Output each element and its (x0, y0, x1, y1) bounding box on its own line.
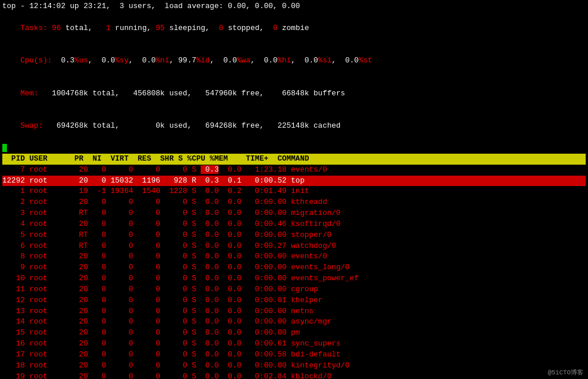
cpu-label: Cpu(s): (20, 56, 52, 65)
table-header: PID USER PR NI VIRT RES SHR S %CPU %MEM … (2, 154, 586, 165)
header-line-2: Tasks: 96 total, 1 running, 95 sleeping,… (2, 12, 586, 45)
process-table: 7 root 20 0 0 0 0 S 0.3 0.0 1:23.18 even… (2, 165, 586, 379)
table-row: 1 root 19 -1 19364 1540 1228 S 0.0 0.2 0… (2, 186, 586, 197)
cpu-sy: %sy (115, 56, 128, 65)
cpu-us: %us (75, 56, 88, 65)
header-line-3: Cpu(s): 0.3%us, 0.0%sy, 0.0%ni, 99.7%id,… (2, 44, 586, 77)
cpu-value: 0.3 (201, 165, 219, 174)
cursor-line (2, 143, 586, 154)
mem-label: Mem: (20, 89, 38, 98)
tasks-stopped: 0 (210, 24, 223, 32)
table-row: 17 root 20 0 0 0 0 S 0.0 0.0 0:00.58 bdi… (2, 350, 586, 361)
proc-fields-after: 0.0 1:23.18 events/0 (219, 165, 327, 174)
cpu-ni: %ni (156, 56, 169, 65)
cpu-hi: %hi (278, 56, 291, 65)
table-row: 2 root 20 0 0 0 0 S 0.0 0.0 0:00.00 kthr… (2, 197, 586, 208)
table-row: 14 root 20 0 0 0 0 S 0.0 0.0 0:00.00 asy… (2, 317, 586, 328)
tasks-zombie: 0 (264, 24, 278, 32)
table-row: 6 root RT 0 0 0 0 S 0.0 0.0 0:00.27 watc… (2, 241, 586, 252)
table-row: 12292 root 20 0 15032 1196 928 R 0.3 0.1… (2, 176, 586, 187)
table-row: 9 root 20 0 0 0 0 S 0.0 0.0 0:00.00 even… (2, 262, 586, 273)
table-row: 18 root 20 0 0 0 0 S 0.0 0.0 0:00.00 kin… (2, 361, 586, 371)
table-row: 5 root RT 0 0 0 0 S 0.0 0.0 0:00.00 stop… (2, 230, 586, 241)
watermark: @51CTO博客 (548, 368, 583, 377)
table-row: 13 root 20 0 0 0 0 S 0.0 0.0 0:00.00 net… (2, 306, 586, 317)
cpu-st: %st (358, 56, 372, 65)
tasks-total: 96 (52, 24, 61, 32)
table-row: 8 root 20 0 0 0 0 S 0.0 0.0 0:00.00 even… (2, 251, 586, 262)
cpu-wa: %wa (237, 56, 250, 65)
header-line-4: Mem: 1004768k total, 456808k used, 54796… (2, 77, 586, 110)
tasks-sleeping: 95 (151, 24, 165, 32)
tasks-label: Tasks: (20, 24, 47, 32)
table-row: 19 root 20 0 0 0 0 S 0.0 0.0 0:02.84 kbl… (2, 371, 586, 379)
proc-fields: 7 root 20 0 0 0 0 S (2, 165, 201, 174)
terminal-cursor (2, 144, 7, 152)
header-line-1: top - 12:14:02 up 23:21, 3 users, load a… (2, 1, 586, 12)
terminal-window: top - 12:14:02 up 23:21, 3 users, load a… (0, 0, 588, 379)
swap-label: Swap: (20, 121, 43, 130)
table-row: 7 root 20 0 0 0 0 S 0.3 0.0 1:23.18 even… (2, 165, 586, 176)
cpu-id: %id (197, 56, 210, 65)
table-row: 16 root 20 0 0 0 0 S 0.0 0.0 0:00.61 syn… (2, 339, 586, 350)
table-row: 12 root 20 0 0 0 0 S 0.0 0.0 0:00.01 khe… (2, 295, 586, 306)
table-row: 10 root 20 0 0 0 0 S 0.0 0.0 0:00.00 eve… (2, 273, 586, 284)
table-row: 3 root RT 0 0 0 0 S 0.0 0.0 0:00.00 migr… (2, 208, 586, 219)
header-line-5: Swap: 694268k total, 0k used, 694268k fr… (2, 110, 586, 143)
table-row: 15 root 20 0 0 0 0 S 0.0 0.0 0:00.00 pm (2, 328, 586, 339)
table-row: 11 root 20 0 0 0 0 S 0.0 0.0 0:00.00 cgr… (2, 284, 586, 295)
table-row: 4 root 20 0 0 0 0 S 0.0 0.0 0:00.46 ksof… (2, 219, 586, 230)
cpu-si: %si (318, 56, 331, 65)
